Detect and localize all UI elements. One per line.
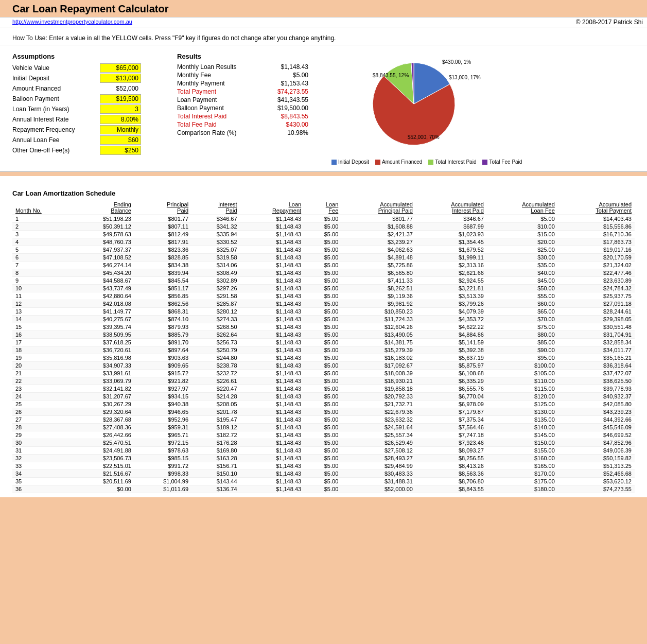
table-row: 13$41,149.77$868.31$280.12$1,148.43$5.00…	[12, 308, 635, 316]
cell-col8: $80.00	[487, 331, 558, 339]
cell-col2: $965.71	[134, 431, 191, 439]
cell-col0: 5	[12, 246, 72, 254]
cell-col8: $35.00	[487, 262, 558, 269]
table-row: 2$50,391.12$807.11$341.32$1,148.43$5.00$…	[12, 223, 635, 231]
assumption-value[interactable]: $65,000	[100, 63, 141, 73]
cell-col7: $1,023.93	[416, 231, 487, 238]
cell-col0: 21	[12, 370, 72, 377]
cell-col9: $43,239.23	[558, 408, 635, 416]
cell-col6: $17,092.67	[341, 362, 416, 370]
cell-col5: $5.00	[304, 231, 341, 238]
table-row: 16$38,509.95$885.79$262.64$1,148.43$5.00…	[12, 331, 635, 339]
assumption-value[interactable]: $19,500	[100, 94, 141, 103]
cell-col3: $169.80	[191, 447, 240, 455]
cell-col6: $52,000.00	[341, 485, 416, 493]
main-section: Assumptions Vehicle Value $65,000 Initia…	[0, 48, 647, 172]
cell-col4: $1,148.43	[240, 300, 305, 308]
assumption-value[interactable]: Monthly	[100, 125, 141, 134]
cell-col9: $28,244.61	[558, 308, 635, 316]
cell-col6: $26,529.49	[341, 439, 416, 447]
assumption-value[interactable]: $13,000	[100, 74, 141, 83]
cell-col7: $7,923.46	[416, 439, 487, 447]
assumption-value[interactable]: $250	[100, 146, 141, 155]
cell-col4: $1,148.43	[240, 277, 305, 285]
cell-col0: 4	[12, 238, 72, 246]
cell-col0: 11	[12, 292, 72, 300]
cell-col4: $1,148.43	[240, 231, 305, 238]
table-row: 17$37,618.25$891.70$256.73$1,148.43$5.00…	[12, 339, 635, 346]
cell-col7: $7,747.18	[416, 431, 487, 439]
legend-label: Amount Financed	[382, 159, 422, 165]
assumption-row: Other One-off Fee(s) $250	[12, 146, 167, 155]
cell-col4: $1,148.43	[240, 447, 305, 455]
assumption-value: $52,000	[100, 84, 141, 93]
cell-col6: $16,183.02	[341, 354, 416, 362]
cell-col2: $903.63	[134, 354, 191, 362]
cell-col3: $280.12	[191, 308, 240, 316]
page-title: Car Loan Repayment Calculator	[12, 3, 643, 15]
table-row: 25$30,267.29$940.38$208.05$1,148.43$5.00…	[12, 401, 635, 408]
cell-col6: $9,119.36	[341, 292, 416, 300]
website-link[interactable]: http://www.investmentpropertycalculator.…	[12, 19, 132, 26]
cell-col7: $8,093.27	[416, 447, 487, 455]
cell-col7: $8,256.55	[416, 455, 487, 462]
legend-item: Initial Deposit	[331, 159, 369, 165]
legend-item: Amount Financed	[375, 159, 422, 165]
cell-col9: $36,318.64	[558, 362, 635, 370]
cell-col0: 35	[12, 478, 72, 485]
cell-col5: $5.00	[304, 292, 341, 300]
cell-col4: $1,148.43	[240, 316, 305, 323]
cell-col0: 17	[12, 339, 72, 346]
cell-col9: $25,937.75	[558, 292, 635, 300]
cell-col4: $1,148.43	[240, 401, 305, 408]
assumption-value[interactable]: 3	[100, 105, 141, 114]
cell-col5: $5.00	[304, 424, 341, 431]
table-row: 29$26,442.66$965.71$182.72$1,148.43$5.00…	[12, 431, 635, 439]
cell-col0: 32	[12, 455, 72, 462]
result-label: Monthly Fee	[177, 72, 267, 79]
spreadsheet: Car Loan Repayment Calculator http://www…	[0, 0, 647, 497]
legend-dot	[482, 160, 487, 165]
cell-col1: $33,069.79	[72, 377, 134, 385]
cell-col4: $1,148.43	[240, 262, 305, 269]
cell-col7: $3,513.39	[416, 292, 487, 300]
table-row: 3$49,578.63$812.49$335.94$1,148.43$5.00$…	[12, 231, 635, 238]
cell-col1: $0.00	[72, 485, 134, 493]
table-row: 23$32,141.82$927.97$220.47$1,148.43$5.00…	[12, 385, 635, 393]
assumption-value[interactable]: $60	[100, 135, 141, 145]
cell-col0: 31	[12, 447, 72, 455]
cell-col8: $10.00	[487, 223, 558, 231]
cell-col9: $27,091.18	[558, 300, 635, 308]
col-acc-principal: AccumulatedPrincipal Paid	[341, 200, 416, 215]
table-row: 18$36,720.61$897.64$250.79$1,148.43$5.00…	[12, 346, 635, 354]
assumption-value[interactable]: 8.00%	[100, 115, 141, 124]
cell-col5: $5.00	[304, 254, 341, 262]
cell-col6: $27,508.12	[341, 447, 416, 455]
amort-table: Month No. EndingBalance PrincipalPaid In…	[12, 200, 635, 493]
cell-col7: $3,221.81	[416, 285, 487, 292]
result-value: $19,500.00	[267, 105, 308, 112]
cell-col6: $7,411.33	[341, 277, 416, 285]
cell-col0: 3	[12, 231, 72, 238]
legend-dot	[428, 160, 433, 165]
cell-col4: $1,148.43	[240, 254, 305, 262]
cell-col1: $22,515.01	[72, 462, 134, 470]
cell-col3: $163.28	[191, 455, 240, 462]
howto-text: How To Use: Enter a value in all the YEL…	[12, 34, 336, 42]
cell-col0: 19	[12, 354, 72, 362]
cell-col9: $53,620.12	[558, 478, 635, 485]
assumption-label: Other One-off Fee(s)	[12, 147, 100, 154]
cell-col9: $15,556.86	[558, 223, 635, 231]
cell-col4: $1,148.43	[240, 424, 305, 431]
cell-col0: 1	[12, 215, 72, 223]
cell-col9: $45,546.09	[558, 424, 635, 431]
cell-col8: $5.00	[487, 215, 558, 223]
legend-label: Total Fee Paid	[489, 159, 522, 165]
table-row: 14$40,275.67$874.10$274.33$1,148.43$5.00…	[12, 316, 635, 323]
cell-col6: $20,792.33	[341, 393, 416, 401]
cell-col3: $335.94	[191, 231, 240, 238]
cell-col3: $319.58	[191, 254, 240, 262]
result-label: Monthly Payment	[177, 80, 267, 87]
cell-col2: $839.94	[134, 269, 191, 277]
cell-col9: $47,852.96	[558, 439, 635, 447]
